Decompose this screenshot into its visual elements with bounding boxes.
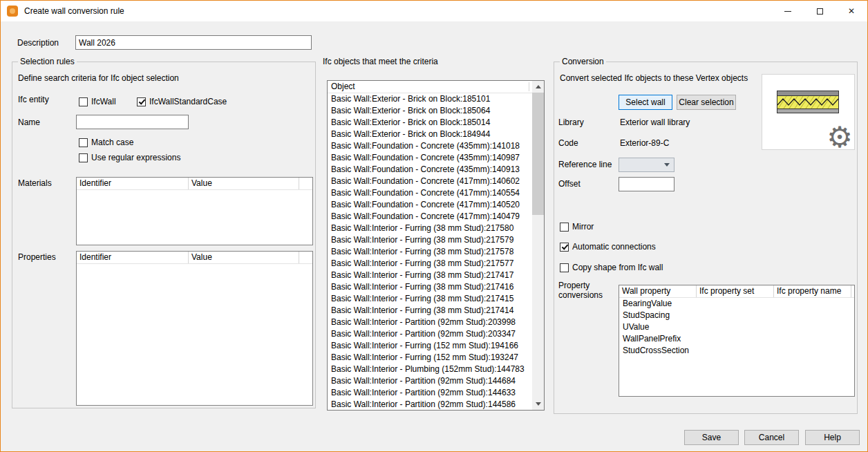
ifc-objects-title: Ifc objects that meet the criteria (323, 57, 438, 66)
copy-shape-checkbox-label: Copy shape from Ifc wall (572, 263, 663, 272)
ifc-object-row[interactable]: Basic Wall:Foundation - Concrete (417mm)… (328, 199, 532, 211)
property-conversion-row[interactable]: WallPanelPrefix (619, 333, 854, 345)
ifc-object-row[interactable]: Basic Wall:Interior - Partition (92mm St… (328, 317, 532, 328)
ifc-object-row[interactable]: Basic Wall:Foundation - Concrete (435mm)… (328, 152, 532, 164)
checkbox-box (560, 263, 569, 272)
selection-rules-group: Selection rules Define search criteria f… (12, 62, 316, 408)
name-label: Name (18, 117, 40, 127)
library-value: Exterior wall library (620, 117, 690, 127)
checkbox-box (79, 138, 88, 147)
ifc-property-set-column-header[interactable]: Ifc property set (697, 285, 774, 297)
properties-header-value[interactable]: Value (189, 252, 299, 263)
scrollbar-thumb[interactable] (532, 93, 544, 215)
ifc-object-row[interactable]: Basic Wall:Interior - Furring (38 mm Stu… (328, 234, 532, 246)
ifcwall-checkbox[interactable]: IfcWall (79, 97, 116, 106)
ifc-objects-rows: Basic Wall:Exterior - Brick on Block:185… (328, 93, 532, 410)
maximize-button[interactable] (804, 1, 836, 21)
ifc-object-row[interactable]: Basic Wall:Interior - Partition (92mm St… (328, 387, 532, 399)
ifc-object-row[interactable]: Basic Wall:Exterior - Brick on Block:185… (328, 105, 532, 117)
ifcwall-checkbox-label: IfcWall (91, 97, 116, 106)
ifc-object-row[interactable]: Basic Wall:Interior - Furring (38 mm Stu… (328, 246, 532, 258)
ifc-object-row[interactable]: Basic Wall:Interior - Furring (38 mm Stu… (328, 270, 532, 281)
ifc-object-row[interactable]: Basic Wall:Interior - Furring (38 mm Stu… (328, 305, 532, 317)
ifc-object-row[interactable]: Basic Wall:Foundation - Concrete (435mm)… (328, 140, 532, 152)
vertical-scrollbar[interactable] (532, 81, 544, 410)
ifc-object-row[interactable]: Basic Wall:Foundation - Concrete (417mm)… (328, 211, 532, 223)
minimize-icon (784, 11, 791, 12)
ifc-object-row[interactable]: Basic Wall:Exterior - Brick on Block:185… (328, 93, 532, 105)
selection-rules-title: Selection rules (18, 57, 77, 66)
minimize-button[interactable] (772, 1, 804, 21)
automatic-connections-checkbox[interactable]: Automatic connections (560, 242, 656, 252)
mirror-checkbox[interactable]: Mirror (560, 222, 594, 232)
help-button[interactable]: Help (805, 430, 860, 445)
ifc-object-row[interactable]: Basic Wall:Interior - Plumbing (152mm St… (328, 364, 532, 375)
materials-header-value[interactable]: Value (189, 178, 299, 189)
checkbox-box (137, 97, 146, 106)
code-label: Code (558, 138, 578, 148)
ifc-entity-label: Ifc entity (18, 95, 49, 104)
offset-label: Offset (558, 179, 581, 189)
ifc-object-row[interactable]: Basic Wall:Interior - Partition (92mm St… (328, 375, 532, 387)
use-regex-checkbox[interactable]: Use regular expressions (79, 153, 180, 162)
use-regex-checkbox-label: Use regular expressions (91, 153, 180, 162)
property-conversions-header: Wall property Ifc property set Ifc prope… (619, 285, 854, 298)
match-case-checkbox[interactable]: Match case (79, 138, 133, 147)
ifc-object-row[interactable]: Basic Wall:Interior - Partition (92mm St… (328, 328, 532, 340)
ifc-object-row[interactable]: Basic Wall:Interior - Furring (38 mm Stu… (328, 223, 532, 234)
ifc-property-name-column-header[interactable]: Ifc property name (774, 285, 851, 297)
ifc-object-row[interactable]: Basic Wall:Interior - Furring (38 mm Stu… (328, 281, 532, 293)
mirror-checkbox-label: Mirror (572, 222, 594, 232)
reference-line-label: Reference line (558, 160, 612, 169)
save-button[interactable]: Save (684, 430, 739, 445)
copy-shape-checkbox[interactable]: Copy shape from Ifc wall (560, 263, 663, 272)
materials-table-header: Identifier Value (77, 178, 312, 190)
window-controls (772, 1, 867, 21)
ifcwallstandardcase-checkbox[interactable]: IfcWallStandardCase (137, 97, 227, 106)
gear-icon[interactable] (827, 123, 853, 152)
library-label: Library (558, 117, 584, 127)
scroll-down-icon[interactable] (532, 398, 544, 410)
property-conversion-row[interactable]: UValue (619, 321, 854, 333)
name-input[interactable] (76, 115, 189, 129)
ifc-object-row[interactable]: Basic Wall:Interior - Furring (152 mm St… (328, 352, 532, 364)
ifc-object-row[interactable]: Basic Wall:Interior - Furring (152 mm St… (328, 340, 532, 352)
cancel-button[interactable]: Cancel (744, 430, 799, 445)
property-conversion-row[interactable]: StudSpacing (619, 310, 854, 321)
column-divider (529, 82, 529, 91)
app-icon (7, 6, 18, 17)
reference-line-dropdown[interactable] (619, 158, 674, 172)
properties-header-identifier[interactable]: Identifier (77, 252, 189, 263)
dialog-create-wall-conversion-rule: Create wall conversion rule Description … (0, 0, 868, 452)
property-conversion-row[interactable]: StudCrossSection (619, 345, 854, 357)
ifc-objects-list: Object Basic Wall:Exterior - Brick on Bl… (327, 80, 545, 411)
close-button[interactable] (836, 1, 867, 21)
wall-preview (762, 74, 855, 150)
ifc-object-row[interactable]: Basic Wall:Exterior - Brick on Block:185… (328, 117, 532, 129)
property-conversions-label: Property conversions (558, 281, 614, 300)
materials-header-identifier[interactable]: Identifier (77, 178, 189, 189)
ifc-object-row[interactable]: Basic Wall:Foundation - Concrete (417mm)… (328, 187, 532, 199)
automatic-connections-checkbox-label: Automatic connections (572, 242, 656, 252)
select-wall-button[interactable]: Select wall (619, 95, 672, 110)
description-input[interactable] (75, 35, 312, 50)
ifc-object-row[interactable]: Basic Wall:Foundation - Concrete (417mm)… (328, 176, 532, 187)
ifc-object-row[interactable]: Basic Wall:Interior - Partition (92mm St… (328, 399, 532, 410)
ifc-object-row[interactable]: Basic Wall:Foundation - Concrete (435mm)… (328, 164, 532, 176)
selection-rules-subtitle: Define search criteria for Ifc object se… (18, 73, 179, 83)
ifc-objects-column-header[interactable]: Object (328, 81, 532, 93)
clear-selection-button[interactable]: Clear selection (677, 95, 736, 110)
ifc-object-row[interactable]: Basic Wall:Exterior - Brick on Block:184… (328, 129, 532, 140)
property-conversion-row[interactable]: BearingValue (619, 298, 854, 310)
ifc-object-row[interactable]: Basic Wall:Interior - Furring (38 mm Stu… (328, 293, 532, 305)
checkbox-box (560, 243, 569, 252)
offset-input[interactable] (619, 177, 674, 191)
materials-label: Materials (18, 178, 52, 188)
wall-property-column-header[interactable]: Wall property (619, 285, 697, 297)
property-conversions-table: Wall property Ifc property set Ifc prope… (619, 285, 855, 397)
title-bar[interactable]: Create wall conversion rule (1, 1, 867, 21)
code-value: Exterior-89-C (620, 138, 669, 148)
window-title: Create wall conversion rule (24, 6, 124, 16)
ifc-object-row[interactable]: Basic Wall:Interior - Furring (38 mm Stu… (328, 258, 532, 270)
scroll-up-icon[interactable] (532, 81, 544, 93)
